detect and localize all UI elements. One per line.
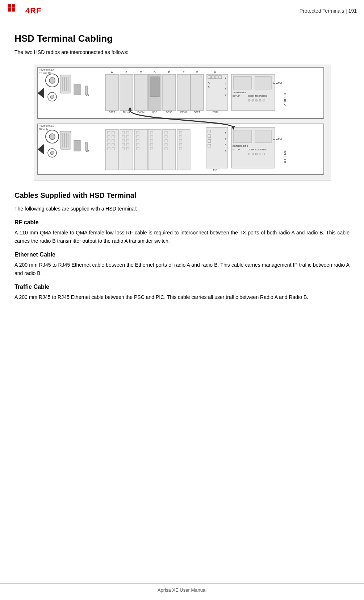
svg-text:PSC: PSC [212,111,217,113]
svg-text:4: 4 [225,94,226,96]
cables-section-title: Cables Supplied with HSD Terminal [14,191,350,200]
rf-cable-body: A 110 mm QMA female to QMA female low lo… [14,229,350,245]
svg-rect-38 [191,74,204,111]
ethernet-cable-title: Ethernet Cable [14,251,350,258]
svg-text:C: C [140,71,142,74]
svg-text:DYN4: DYN4 [123,111,130,113]
svg-rect-34 [163,74,176,111]
svg-rect-72 [60,131,71,149]
svg-point-144 [252,153,254,155]
svg-text:OJET: OJET [194,111,201,113]
svg-text:E: E [168,71,170,74]
svg-rect-108 [148,129,161,170]
svg-rect-79 [85,142,88,151]
logo-area: 4RF [7,4,42,18]
svg-point-8 [50,95,54,99]
svg-text:OJET: OJET [109,111,116,113]
svg-text:HBS: HBS [152,111,157,113]
rf-cable-title: RF cable [14,219,350,226]
svg-rect-54 [233,76,251,89]
svg-point-61 [255,99,258,101]
svg-text:TX and RX: TX and RX [39,72,52,74]
svg-rect-3 [12,8,15,12]
svg-text:3: 3 [225,144,226,146]
svg-text:D4EM: D4EM [137,111,145,113]
svg-rect-77 [74,140,80,151]
svg-text:4: 4 [225,150,226,152]
chassis-diagram: TX A B C D E F G H OJET DYN4 D4EM HBS D [34,64,331,180]
svg-text:B: B [125,71,127,74]
svg-text:A: A [111,71,113,74]
svg-text:B: B [208,86,210,88]
svg-rect-102 [134,129,147,170]
svg-point-71 [50,151,54,155]
page-label: Protected Terminals | 191 [300,8,357,14]
svg-point-6 [49,78,55,83]
svg-point-143 [248,153,250,155]
ethernet-cable-body: A 200 mm RJ45 to RJ45 Ethernet cable bet… [14,261,350,277]
svg-rect-40 [206,74,228,111]
svg-text:1: 1 [225,132,226,134]
svg-text:DE RX TX ON RSSI: DE RX TX ON RSSI [248,149,267,151]
svg-text:PIC: PIC [213,169,217,171]
page-header: 4RF Protected Terminals | 191 [0,0,364,22]
svg-rect-126 [206,128,228,168]
svg-rect-1 [12,4,15,8]
svg-text:ALARM: ALARM [273,82,282,84]
svg-text:RX only: RX only [39,128,48,131]
svg-text:H: H [214,71,216,74]
svg-text:2: 2 [225,138,226,141]
svg-text:A: A [208,82,210,84]
svg-text:RADIO A: RADIO A [283,93,287,107]
main-content: HSD Terminal Cabling The two HSD radios … [0,22,364,319]
svg-text:To Antenna B: To Antenna B [39,125,54,127]
svg-text:DFX0: DFX0 [180,111,187,113]
svg-rect-25 [105,74,118,111]
page-footer: Aprisa XE User Manual [0,583,364,593]
svg-text:ALARM: ALARM [273,138,282,141]
svg-point-146 [259,153,261,155]
svg-rect-27 [120,74,133,111]
chassis-diagram-wrapper: TX A B C D E F G H OJET DYN4 D4EM HBS D [34,64,331,180]
svg-text:1: 1 [225,76,226,79]
page-title: HSD Terminal Cabling [14,33,350,44]
svg-text:G: G [196,71,198,74]
svg-text:F: F [183,71,184,74]
svg-text:To Antenna A: To Antenna A [39,68,54,71]
svg-text:2  ETHERNET  4: 2 ETHERNET 4 [233,145,248,147]
svg-text:SETUP: SETUP [233,95,240,97]
svg-point-69 [49,134,55,139]
svg-rect-137 [233,130,251,143]
svg-text:3: 3 [225,88,226,91]
svg-rect-36 [177,74,190,111]
svg-rect-120 [177,129,190,170]
svg-point-145 [255,153,258,155]
svg-text:D: D [154,71,156,74]
svg-point-62 [259,99,261,101]
logo-icon [7,4,22,18]
intro-text: The two HSD radios are interconnected as… [14,49,350,55]
svg-text:SETUP: SETUP [233,149,240,151]
svg-rect-16 [85,86,88,95]
svg-rect-29 [134,74,147,111]
traffic-cable-title: Traffic Cable [14,284,350,290]
svg-point-60 [252,99,254,101]
svg-text:DE RX TX ON RSSI: DE RX TX ON RSSI [248,95,267,97]
svg-rect-55 [255,76,271,89]
svg-text:2: 2 [225,82,226,85]
cables-intro-text: The following cables are supplied with a… [14,205,350,213]
svg-point-59 [248,99,250,101]
svg-rect-2 [8,8,11,12]
svg-text:2  ETHERNET: 2 ETHERNET [233,91,246,93]
traffic-cable-body: A 200 mm RJ45 to RJ45 Ethernet cable bet… [14,293,350,301]
logo-text: 4RF [25,6,42,16]
svg-rect-14 [74,84,80,95]
svg-rect-114 [163,129,176,170]
svg-text:RADIO B: RADIO B [283,150,287,163]
svg-text:DFX3: DFX3 [166,111,172,113]
svg-rect-9 [60,75,71,93]
footer-text: Aprisa XE User Manual [158,587,206,593]
svg-rect-32 [150,77,159,97]
svg-rect-0 [8,4,11,8]
svg-rect-138 [255,130,271,143]
